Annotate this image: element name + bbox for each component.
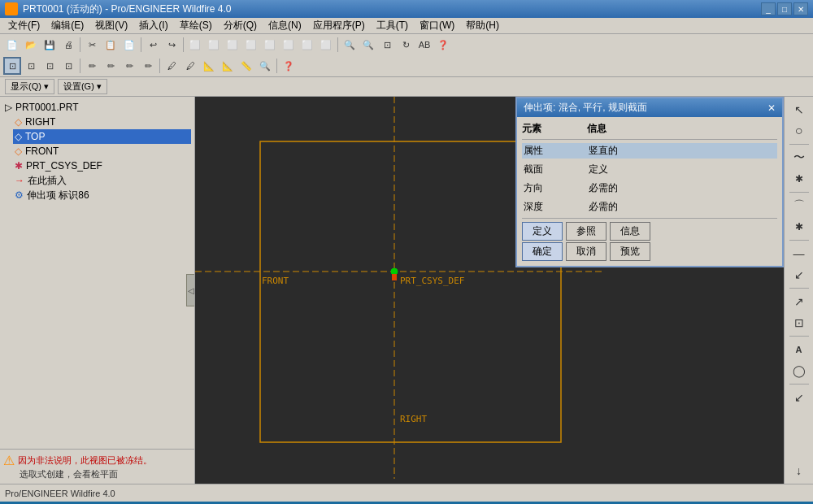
cancel-button[interactable]: 取消 (566, 242, 606, 261)
minimize-button[interactable]: _ (761, 2, 776, 15)
rt-curve[interactable]: 〜 (788, 148, 811, 167)
define-button[interactable]: 定义 (522, 222, 563, 241)
tb2-b4[interactable]: ⊡ (59, 57, 77, 75)
tb-b7[interactable]: ⬜ (298, 36, 316, 54)
rt-select[interactable]: ↖ (788, 100, 811, 119)
csys-label: PRT_CSYS_DEF (26, 160, 102, 172)
tb-new[interactable]: 📄 (3, 36, 21, 54)
panel-row-depth: 深度 必需的 (522, 199, 777, 215)
rt-cross[interactable]: ✱ (788, 169, 811, 189)
preview-button[interactable]: 预览 (610, 242, 650, 261)
rt-dim[interactable]: ↗ (788, 292, 811, 311)
tb-redo[interactable]: ↪ (163, 36, 180, 54)
tb2-b14[interactable]: 🔍 (256, 57, 274, 75)
display-mode-btn[interactable]: 显示(Q) ▾ (5, 79, 54, 94)
tb-b1[interactable]: ⬜ (186, 36, 204, 54)
tb-text[interactable]: AB (415, 36, 433, 54)
tree-item-right[interactable]: ◇ RIGHT (13, 115, 191, 129)
tb-fit[interactable]: ⊡ (378, 36, 396, 54)
rt-cross2[interactable]: ✱ (788, 217, 811, 237)
rt-text[interactable]: A (788, 340, 811, 359)
col-info-header: 信息 (587, 122, 777, 136)
tb-open[interactable]: 📂 (22, 36, 40, 54)
maximize-button[interactable]: □ (777, 2, 792, 15)
tb-zoom-in[interactable]: 🔍 (341, 36, 359, 54)
rt-bottom[interactable]: ↓ (788, 461, 811, 480)
menu-sketch[interactable]: 草绘(S) (175, 18, 217, 33)
tb-b3[interactable]: ⬜ (224, 36, 241, 54)
tree-item-insert[interactable]: → 在此插入 (13, 173, 191, 188)
tb2-b13[interactable]: 📏 (237, 57, 255, 75)
attr-value: 竖直的 (589, 144, 776, 158)
mode-bar: 显示(Q) ▾ 设置(G) ▾ (0, 77, 813, 97)
menu-analysis[interactable]: 分析(Q) (219, 18, 262, 33)
main-area: ▷ PRT0001.PRT ◇ RIGHT ◇ TOP ◇ FRONT ✱ PR… (0, 97, 813, 484)
tree-item-extrude[interactable]: ⚙ 伸出项 标识86 (13, 188, 191, 202)
tb-rotate[interactable]: ↻ (397, 36, 415, 54)
float-panel-close-btn[interactable]: ✕ (767, 102, 776, 114)
settings-mode-label: 设置(G) ▾ (63, 80, 102, 93)
depth-value: 必需的 (589, 200, 776, 214)
rt-arrow[interactable]: ↙ (788, 265, 811, 285)
tb2-b10[interactable]: 🖊 (181, 57, 199, 75)
tb2-b5[interactable]: ✏ (83, 57, 101, 75)
tb-b5[interactable]: ⬜ (261, 36, 279, 54)
attr-label: 属性 (524, 144, 572, 158)
tb2-b3[interactable]: ⊡ (41, 57, 59, 75)
rt-oval[interactable]: ◯ (788, 361, 811, 380)
tree-root[interactable]: ▷ PRT0001.PRT (3, 100, 191, 115)
tb-b4[interactable]: ⬜ (242, 36, 260, 54)
tree-item-front[interactable]: ◇ FRONT (13, 144, 191, 159)
menu-window[interactable]: 窗口(W) (415, 18, 459, 33)
tree-item-csys[interactable]: ✱ PRT_CSYS_DEF (13, 159, 191, 173)
tb2-b2[interactable]: ⊡ (22, 57, 40, 75)
menu-info[interactable]: 信息(N) (263, 18, 307, 33)
menu-tools[interactable]: 工具(T) (372, 18, 413, 33)
rt-line[interactable]: — (788, 244, 811, 263)
tb-zoom-out[interactable]: 🔍 (359, 36, 377, 54)
settings-mode-btn[interactable]: 设置(G) ▾ (58, 79, 107, 94)
info-button[interactable]: 信息 (610, 222, 650, 241)
tb-help[interactable]: ❓ (434, 36, 452, 54)
ok-button[interactable]: 确定 (522, 242, 563, 261)
tb-cut[interactable]: ✂ (83, 36, 101, 54)
panel-collapse-arrow[interactable]: ◁ (186, 274, 194, 306)
menu-view[interactable]: 视图(V) (90, 18, 133, 33)
panel-header-row: 元素 信息 (522, 122, 777, 136)
viewport[interactable]: FRONT PRT_CSYS_DEF RIGHT 伸出项: 混合, 平行, 规则… (195, 97, 784, 484)
close-button[interactable]: ✕ (793, 2, 808, 15)
tb-undo[interactable]: ↩ (144, 36, 162, 54)
tb2-b1[interactable]: ⊡ (3, 57, 21, 75)
ref-button[interactable]: 参照 (566, 222, 606, 241)
panel-btn-row-2: 确定 取消 预览 (522, 242, 777, 261)
rt-arc[interactable]: ⌒ (788, 196, 811, 215)
title-controls[interactable]: _ □ ✕ (761, 2, 808, 15)
rt-circle[interactable]: ○ (788, 121, 811, 141)
menu-help[interactable]: 帮助(H) (461, 18, 504, 33)
rt-sep4 (789, 288, 809, 289)
float-panel-titlebar[interactable]: 伸出项: 混合, 平行, 规则截面 ✕ (517, 98, 782, 117)
svg-point-3 (391, 268, 398, 275)
tree-item-top[interactable]: ◇ TOP (13, 129, 191, 144)
tb-b8[interactable]: ⬜ (317, 36, 335, 54)
rt-spline[interactable]: ↙ (788, 388, 811, 407)
menu-apps[interactable]: 应用程序(P) (308, 18, 370, 33)
menu-insert[interactable]: 插入(I) (134, 18, 172, 33)
tb-b2[interactable]: ⬜ (205, 36, 223, 54)
tb2-b7[interactable]: ✏ (120, 57, 138, 75)
tb2-b15[interactable]: ❓ (280, 57, 298, 75)
tb2-b11[interactable]: 📐 (200, 57, 218, 75)
tb-print[interactable]: 🖨 (59, 36, 77, 54)
rt-box[interactable]: ⊡ (788, 313, 811, 332)
tb-b6[interactable]: ⬜ (280, 36, 298, 54)
tb2-b6[interactable]: ✏ (102, 57, 120, 75)
tb2-b9[interactable]: 🖊 (163, 57, 180, 75)
menu-file[interactable]: 文件(F) (3, 18, 45, 33)
tb-save[interactable]: 💾 (41, 36, 59, 54)
menu-edit[interactable]: 编辑(E) (46, 18, 89, 33)
tb-paste[interactable]: 📄 (120, 36, 138, 54)
tb2-b8[interactable]: ✏ (139, 57, 157, 75)
tb-copy[interactable]: 📋 (102, 36, 120, 54)
sep4 (337, 37, 338, 52)
tb2-b12[interactable]: 📐 (219, 57, 237, 75)
